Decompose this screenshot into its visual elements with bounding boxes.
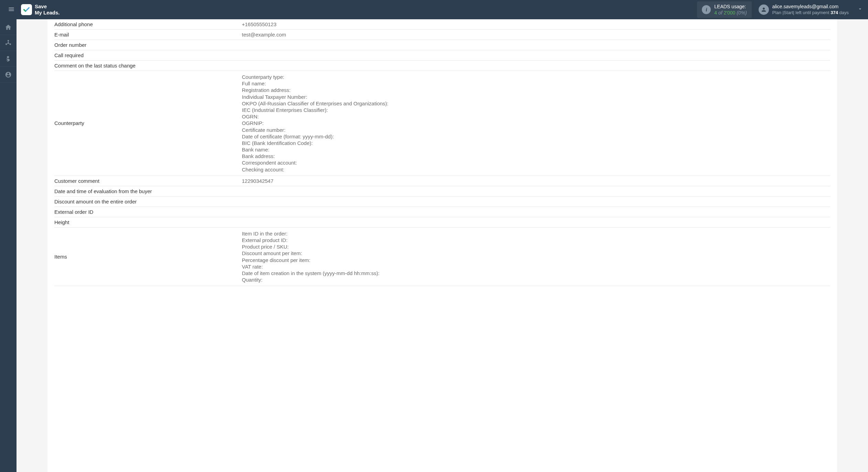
- row-subline: Date of item creation in the system (yyy…: [242, 270, 830, 276]
- row-label: Additional phone: [54, 21, 242, 27]
- detail-row: Date and time of evaluation from the buy…: [54, 186, 830, 197]
- row-subline: Checking account:: [242, 166, 830, 173]
- row-value: +16505550123: [242, 21, 830, 27]
- sidebar-item-home[interactable]: [0, 19, 17, 35]
- row-subline: Quantity:: [242, 276, 830, 283]
- detail-row: E-mailtest@example.com: [54, 30, 830, 40]
- plan-prefix: Plan |Start| left until payment: [772, 10, 829, 15]
- logo-text-line1: Save: [35, 3, 60, 10]
- usage-count: 4: [714, 10, 717, 15]
- row-subline: OGRN:: [242, 113, 830, 120]
- detail-row: ItemsItem ID in the order:External produ…: [54, 228, 830, 286]
- plan-suffix: days: [839, 10, 849, 15]
- detail-row: Comment on the last status change: [54, 61, 830, 71]
- row-subline: Percentage discount per item:: [242, 257, 830, 263]
- detail-row: Call required: [54, 50, 830, 61]
- row-subline: Bank name:: [242, 146, 830, 153]
- row-label: Comment on the last status change: [54, 63, 242, 69]
- row-value: Counterparty type:Full name:Registration…: [242, 74, 830, 173]
- user-plan: Plan |Start| left until payment 374 days: [772, 10, 849, 16]
- row-subline: VAT rate:: [242, 263, 830, 270]
- row-subline: External product ID:: [242, 237, 830, 243]
- app-header: Save My Leads. i LEADS usage: 4 of 2'000…: [0, 0, 868, 19]
- user-email: alice.savemyleads@gmail.com: [772, 3, 849, 10]
- row-label: Discount amount on the entire order: [54, 199, 242, 204]
- row-value: Item ID in the order:External product ID…: [242, 230, 830, 283]
- row-subline: Certificate number:: [242, 127, 830, 133]
- info-icon: i: [702, 5, 711, 14]
- row-label: Counterparty: [54, 120, 242, 126]
- row-value: test@example.com: [242, 32, 830, 38]
- row-subline: IEC (Industrial Enterprises Classifier):: [242, 107, 830, 113]
- detail-row: External order ID: [54, 207, 830, 217]
- usage-total: 2'000: [724, 10, 736, 15]
- row-subline: Item ID in the order:: [242, 230, 830, 237]
- sidebar-item-billing[interactable]: [0, 51, 17, 67]
- user-menu[interactable]: alice.savemyleads@gmail.com Plan |Start|…: [759, 3, 863, 15]
- row-subline: OKPO (All-Russian Classifier of Enterpri…: [242, 100, 830, 107]
- row-subline: Date of certificate (format: yyyy-mm-dd)…: [242, 133, 830, 140]
- row-subline: Registration address:: [242, 87, 830, 93]
- main-content: Additional phone+16505550123E-mailtest@e…: [17, 19, 868, 472]
- chevron-down-icon[interactable]: [857, 6, 863, 13]
- usage-text: LEADS usage: 4 of 2'000 (0%): [714, 3, 747, 16]
- row-label: Items: [54, 254, 242, 260]
- user-text: alice.savemyleads@gmail.com Plan |Start|…: [772, 3, 849, 15]
- logo-text-line2: My Leads.: [35, 10, 60, 16]
- detail-row: CounterpartyCounterparty type:Full name:…: [54, 71, 830, 176]
- row-label: Height: [54, 219, 242, 225]
- sidebar-item-account[interactable]: [0, 67, 17, 83]
- detail-row: Order number: [54, 40, 830, 50]
- details-card: Additional phone+16505550123E-mailtest@e…: [47, 19, 837, 472]
- logo-text: Save My Leads.: [35, 3, 60, 16]
- row-subline: Correspondent account:: [242, 159, 830, 166]
- usage-stats: 4 of 2'000 (0%): [714, 10, 747, 16]
- row-label: E-mail: [54, 32, 242, 38]
- sidebar: [0, 19, 17, 472]
- user-avatar-icon: [759, 4, 769, 15]
- row-subline: Product price / SKU:: [242, 243, 830, 250]
- usage-of: of: [718, 10, 722, 15]
- detail-row: Discount amount on the entire order: [54, 197, 830, 207]
- usage-pct: (0%): [737, 10, 747, 15]
- row-label: Call required: [54, 52, 242, 58]
- row-subline: Individual Taxpayer Number:: [242, 94, 830, 100]
- detail-row: Additional phone+16505550123: [54, 19, 830, 30]
- plan-days: 374: [831, 10, 838, 15]
- row-subline: Bank address:: [242, 153, 830, 159]
- row-label: External order ID: [54, 209, 242, 215]
- row-label: Date and time of evaluation from the buy…: [54, 188, 242, 194]
- usage-label: LEADS usage:: [714, 3, 747, 10]
- detail-row: Customer comment12290342547: [54, 176, 830, 186]
- row-value: 12290342547: [242, 178, 830, 184]
- hamburger-menu-icon[interactable]: [5, 3, 18, 17]
- row-subline: Discount amount per item:: [242, 250, 830, 256]
- row-label: Order number: [54, 42, 242, 48]
- row-subline: Full name:: [242, 80, 830, 87]
- row-subline: OGRNIP:: [242, 120, 830, 126]
- row-subline: Counterparty type:: [242, 74, 830, 80]
- row-label: Customer comment: [54, 178, 242, 184]
- sidebar-item-connections[interactable]: [0, 35, 17, 51]
- detail-row: Height: [54, 217, 830, 228]
- logo-icon: [21, 4, 32, 15]
- row-subline: BIC (Bank Identification Code):: [242, 140, 830, 146]
- leads-usage-box[interactable]: i LEADS usage: 4 of 2'000 (0%): [697, 1, 752, 18]
- logo[interactable]: Save My Leads.: [21, 3, 60, 16]
